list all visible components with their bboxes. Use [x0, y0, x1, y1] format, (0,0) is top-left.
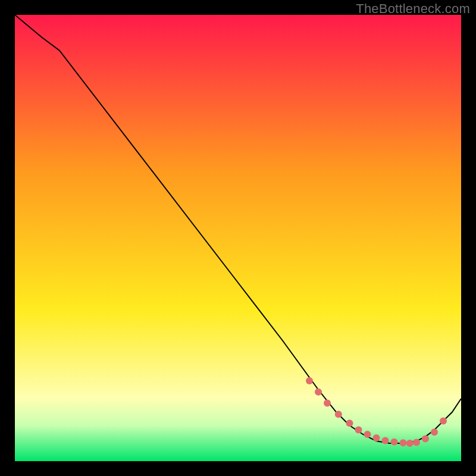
- curve-marker: [422, 436, 429, 443]
- heatmap-background: [15, 15, 461, 461]
- chart-frame: TheBottleneck.com: [0, 0, 476, 476]
- curve-marker: [413, 439, 420, 446]
- curve-marker: [373, 434, 380, 441]
- curve-marker: [355, 427, 362, 434]
- curve-marker: [346, 419, 353, 427]
- curve-marker: [306, 377, 313, 384]
- curve-marker: [324, 400, 331, 407]
- curve-marker: [382, 437, 389, 444]
- curve-marker: [391, 439, 398, 446]
- bottleneck-plot: [15, 15, 461, 461]
- curve-marker: [315, 389, 322, 396]
- curve-marker: [400, 439, 407, 446]
- curve-marker: [406, 440, 414, 447]
- curve-marker: [335, 411, 342, 418]
- curve-marker: [431, 428, 438, 436]
- curve-marker: [364, 431, 371, 438]
- curve-marker: [440, 418, 447, 425]
